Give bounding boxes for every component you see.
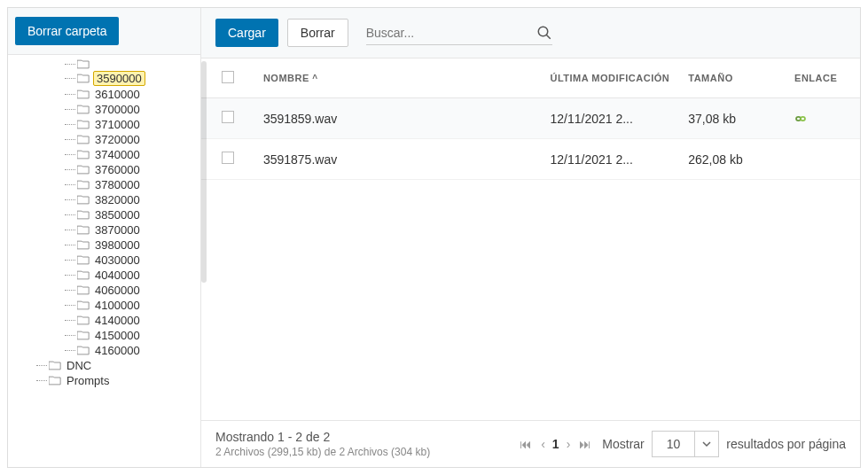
upload-button[interactable]: Cargar xyxy=(215,19,278,47)
folder-icon xyxy=(77,135,90,144)
row-checkbox[interactable] xyxy=(222,152,234,164)
folder-icon xyxy=(49,361,61,370)
folder-icon xyxy=(77,90,90,99)
folder-icon xyxy=(77,315,90,325)
file-table: NOMBRE ^ ÚLTIMA MODIFICACIÓN TAMAÑO ENLA… xyxy=(201,58,860,180)
tree-folder-3870000[interactable]: 3870000 xyxy=(61,222,200,238)
tree-folder-3610000[interactable]: 3610000 xyxy=(61,87,200,102)
svg-point-0 xyxy=(538,27,548,36)
search-input[interactable] xyxy=(366,26,536,40)
svg-line-1 xyxy=(546,35,551,39)
folder-icon xyxy=(77,240,90,250)
summary-text: 2 Archivos (299,15 kb) de 2 Archivos (30… xyxy=(215,446,509,458)
tree-item-blank[interactable] xyxy=(61,58,200,70)
column-header-size[interactable]: TAMAÑO xyxy=(679,58,786,98)
search-icon[interactable] xyxy=(536,25,552,41)
tree-folder-3820000[interactable]: 3820000 xyxy=(61,192,200,207)
folder-icon xyxy=(77,195,90,205)
sidebar-header: Borrar carpeta xyxy=(8,8,200,55)
page-size-value: 10 xyxy=(653,432,696,456)
footer: Mostrando 1 - 2 de 2 2 Archivos (299,15 … xyxy=(201,420,860,467)
column-header-name[interactable]: NOMBRE ^ xyxy=(254,58,542,98)
sort-asc-icon: ^ xyxy=(312,74,317,83)
row-checkbox[interactable] xyxy=(222,111,234,123)
pager-prev-icon[interactable]: ‹ xyxy=(539,435,547,453)
pager: ⏮ ‹ 1 › ⏭ xyxy=(518,435,593,453)
delete-folder-button[interactable]: Borrar carpeta xyxy=(15,17,119,45)
tree-folder-4060000[interactable]: 4060000 xyxy=(61,283,200,298)
tree-folder-3590000[interactable]: 3590000 xyxy=(61,70,200,87)
cell-name: 3591859.wav xyxy=(254,98,542,139)
scroll-indicator[interactable] xyxy=(201,61,207,283)
sidebar: Borrar carpeta 3590000361000037000003710… xyxy=(8,8,201,467)
folder-icon xyxy=(77,120,90,129)
folder-icon xyxy=(77,255,90,265)
folder-icon xyxy=(77,300,90,310)
cell-size: 262,08 kb xyxy=(679,139,786,180)
folder-icon xyxy=(77,210,90,220)
folder-icon xyxy=(77,225,90,235)
tree-folder-3740000[interactable]: 3740000 xyxy=(61,147,200,162)
cell-size: 37,08 kb xyxy=(679,98,786,139)
pager-first-icon[interactable]: ⏮ xyxy=(518,435,534,453)
folder-icon xyxy=(77,74,90,83)
folder-tree[interactable]: 3590000361000037000003710000372000037400… xyxy=(8,55,200,467)
tree-folder-3760000[interactable]: 3760000 xyxy=(61,162,200,177)
folder-icon xyxy=(77,150,90,160)
pager-last-icon[interactable]: ⏭ xyxy=(577,435,593,453)
page-size-dropdown-button[interactable] xyxy=(695,432,718,456)
show-label: Mostrar xyxy=(602,437,644,451)
folder-icon xyxy=(77,285,90,295)
showing-text: Mostrando 1 - 2 de 2 xyxy=(215,430,509,444)
cell-link xyxy=(786,98,860,139)
table-row[interactable]: 3591859.wav12/11/2021 2...37,08 kb xyxy=(201,98,860,139)
tree-folder-4150000[interactable]: 4150000 xyxy=(61,328,200,343)
tree-folder-prompts[interactable]: Prompts xyxy=(33,373,200,388)
tree-folder-dnc[interactable]: DNC xyxy=(33,358,200,373)
toolbar: Cargar Borrar xyxy=(201,8,860,58)
svg-point-4 xyxy=(797,117,800,120)
pager-next-icon[interactable]: › xyxy=(565,435,573,453)
tree-folder-4140000[interactable]: 4140000 xyxy=(61,313,200,328)
folder-icon xyxy=(77,180,90,190)
tree-folder-4160000[interactable]: 4160000 xyxy=(61,343,200,358)
delete-button[interactable]: Borrar xyxy=(287,19,348,47)
tree-folder-3980000[interactable]: 3980000 xyxy=(61,238,200,253)
folder-icon xyxy=(77,270,90,280)
search-field xyxy=(366,21,552,45)
page-size-select[interactable]: 10 xyxy=(652,431,720,457)
chevron-down-icon xyxy=(702,440,711,448)
cell-name: 3591875.wav xyxy=(254,139,542,180)
tree-folder-3720000[interactable]: 3720000 xyxy=(61,132,200,147)
link-icon[interactable] xyxy=(794,114,807,123)
results-per-page-label: resultados por página xyxy=(726,437,846,451)
folder-icon xyxy=(77,331,90,340)
tree-folder-3780000[interactable]: 3780000 xyxy=(61,177,200,192)
pager-current: 1 xyxy=(552,437,559,451)
tree-folder-4100000[interactable]: 4100000 xyxy=(61,298,200,313)
folder-icon xyxy=(77,59,90,69)
table-row[interactable]: 3591875.wav12/11/2021 2...262,08 kb xyxy=(201,139,860,180)
file-table-wrap: NOMBRE ^ ÚLTIMA MODIFICACIÓN TAMAÑO ENLA… xyxy=(201,58,860,420)
column-header-modified[interactable]: ÚLTIMA MODIFICACIÓN xyxy=(541,58,679,98)
cell-modified: 12/11/2021 2... xyxy=(541,139,679,180)
tree-folder-3850000[interactable]: 3850000 xyxy=(61,207,200,222)
tree-folder-4040000[interactable]: 4040000 xyxy=(61,268,200,283)
folder-icon xyxy=(77,165,90,175)
column-header-link[interactable]: ENLACE xyxy=(786,58,860,98)
folder-icon xyxy=(77,346,90,355)
page-size-control: Mostrar 10 resultados por página xyxy=(602,431,846,457)
tree-folder-3700000[interactable]: 3700000 xyxy=(61,102,200,117)
tree-folder-4030000[interactable]: 4030000 xyxy=(61,253,200,268)
cell-modified: 12/11/2021 2... xyxy=(541,98,679,139)
folder-icon xyxy=(49,376,61,385)
svg-point-5 xyxy=(802,117,804,120)
tree-folder-3710000[interactable]: 3710000 xyxy=(61,117,200,132)
cell-link xyxy=(786,139,860,180)
folder-icon xyxy=(77,105,90,114)
select-all-checkbox[interactable] xyxy=(222,71,234,83)
content-area: Cargar Borrar NOMBRE ^ ÚLTIMA MODIFICACI… xyxy=(201,8,860,467)
